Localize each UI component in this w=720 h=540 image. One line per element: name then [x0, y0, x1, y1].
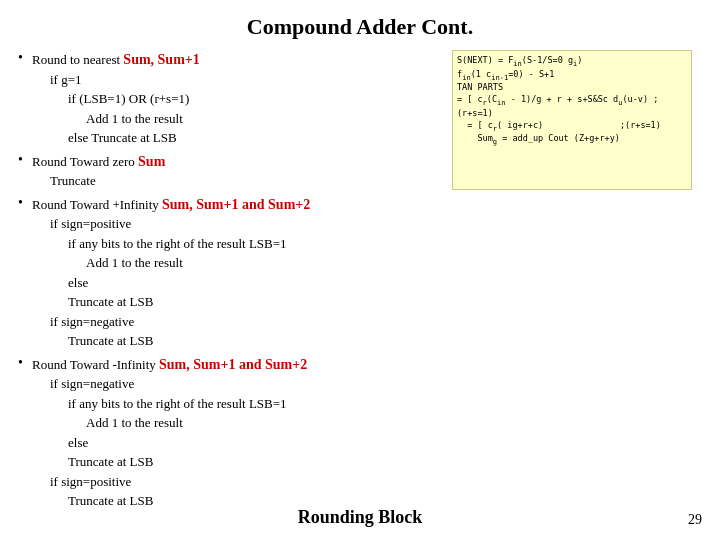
section3-line6: if sign=negative	[32, 312, 442, 332]
section3-line1: if sign=positive	[32, 214, 442, 234]
section4-heading-highlight: Sum, Sum+1 and Sum+2	[159, 357, 307, 372]
page-number: 29	[688, 512, 702, 528]
formula-line-4: = [ cr(Cin - 1)/g + r + s+S&Sc du(u-v) ;…	[457, 94, 687, 119]
section2-line1: Truncate	[32, 171, 442, 191]
section1-line1: if g=1	[32, 70, 442, 90]
formula-line-3: TAN PARTS	[457, 82, 687, 94]
bullet-2: •	[18, 152, 32, 169]
section3-line4: else	[32, 273, 442, 293]
footer: Rounding Block	[0, 507, 720, 528]
section4-line5: Truncate at LSB	[32, 452, 442, 472]
formula-box: S(NEXT) = Fin(S-1/S=0 gi) fin(1 cin-1=0)…	[452, 50, 692, 190]
section4-heading-normal: Round Toward -Infinity	[32, 357, 159, 372]
formula-line-5: = [ cr( ig+r+c) ;(r+s=1)	[457, 120, 687, 134]
section1-line3: Add 1 to the result	[32, 109, 442, 129]
section2-heading-normal: Round Toward zero	[32, 154, 138, 169]
section4-line4: else	[32, 433, 442, 453]
section3-heading-normal: Round Toward +Infinity	[32, 197, 162, 212]
section3-line3: Add 1 to the result	[32, 253, 442, 273]
section3-heading-highlight: Sum, Sum+1 and Sum+2	[162, 197, 310, 212]
section-round-neg-inf: • Round Toward -Infinity Sum, Sum+1 and …	[18, 355, 442, 511]
page-title: Compound Adder Cont.	[0, 0, 720, 50]
section3-content: Round Toward +Infinity Sum, Sum+1 and Su…	[32, 195, 442, 351]
section2-content: Round Toward zero Sum Truncate	[32, 152, 442, 191]
section4-line6: if sign=positive	[32, 472, 442, 492]
section4-content: Round Toward -Infinity Sum, Sum+1 and Su…	[32, 355, 442, 511]
bullet-4: •	[18, 355, 32, 372]
section1-heading-normal: Round to nearest	[32, 52, 123, 67]
formula-line-6: Sumg = add_up Cout (Z+g+r+y)	[457, 133, 687, 147]
section-round-nearest: • Round to nearest Sum, Sum+1 if g=1 if …	[18, 50, 442, 148]
bullet-3: •	[18, 195, 32, 212]
section1-content: Round to nearest Sum, Sum+1 if g=1 if (L…	[32, 50, 442, 148]
section3-line7: Truncate at LSB	[32, 331, 442, 351]
section1-heading-highlight: Sum, Sum+1	[123, 52, 199, 67]
section1-line4: else Truncate at LSB	[32, 128, 442, 148]
section-round-zero: • Round Toward zero Sum Truncate	[18, 152, 442, 191]
section-round-plus-inf: • Round Toward +Infinity Sum, Sum+1 and …	[18, 195, 442, 351]
section4-line2: if any bits to the right of the result L…	[32, 394, 442, 414]
section3-line5: Truncate at LSB	[32, 292, 442, 312]
right-panel: S(NEXT) = Fin(S-1/S=0 gi) fin(1 cin-1=0)…	[452, 50, 702, 515]
formula-line-2: fin(1 cin-1=0) - S+1	[457, 69, 687, 83]
bullet-1: •	[18, 50, 32, 67]
section4-line1: if sign=negative	[32, 374, 442, 394]
section1-line2: if (LSB=1) OR (r+s=1)	[32, 89, 442, 109]
section3-line2: if any bits to the right of the result L…	[32, 234, 442, 254]
formula-line-1: S(NEXT) = Fin(S-1/S=0 gi)	[457, 55, 687, 69]
footer-label: Rounding Block	[298, 507, 423, 528]
section2-heading-highlight: Sum	[138, 154, 165, 169]
section4-line3: Add 1 to the result	[32, 413, 442, 433]
left-panel: • Round to nearest Sum, Sum+1 if g=1 if …	[18, 50, 452, 515]
